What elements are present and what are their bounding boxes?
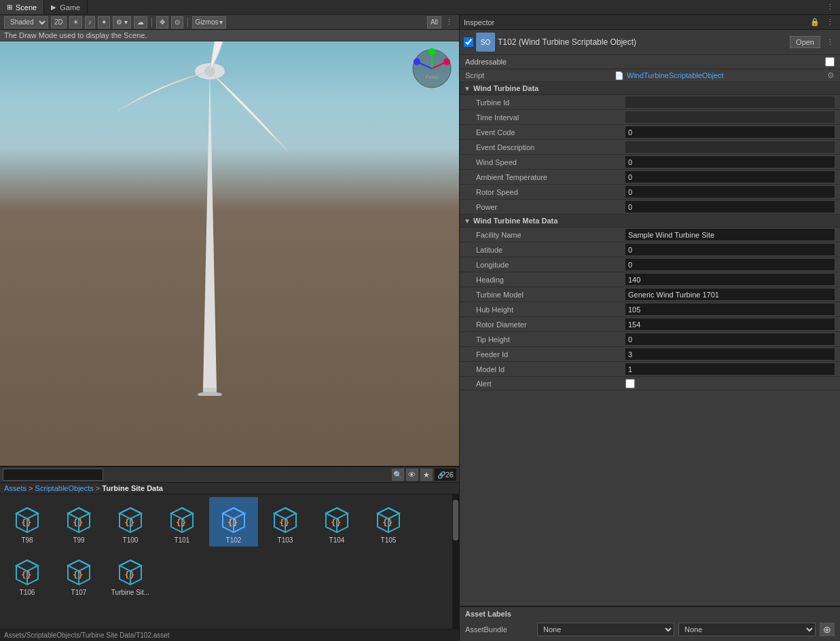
asset-item[interactable]: {} T102 bbox=[209, 497, 258, 547]
asset-icon: {} bbox=[113, 500, 148, 535]
inspector-panel: Inspector 🔒 ⋮ SO T102 (Wind Turbine Scri… bbox=[459, 15, 840, 641]
assets-count: 26 bbox=[445, 471, 454, 479]
transform-btn[interactable]: ✥ bbox=[156, 16, 168, 29]
asset-bundle-select-2[interactable]: None bbox=[678, 623, 816, 636]
field-row: Facility Name bbox=[460, 227, 840, 242]
field-value[interactable] bbox=[625, 141, 835, 153]
tab-bar-menu-icon[interactable]: ⋮ bbox=[824, 2, 836, 12]
field-row: Ambient Temperature bbox=[460, 170, 840, 185]
script-icon: 📄 bbox=[615, 71, 624, 80]
field-value[interactable] bbox=[625, 348, 835, 360]
all-btn[interactable]: All bbox=[427, 16, 441, 29]
svg-text:{}: {} bbox=[73, 517, 84, 528]
lighting-btn[interactable]: ☀ bbox=[69, 16, 82, 29]
field-value[interactable] bbox=[625, 289, 835, 300]
object-name: T102 (Wind Turbine Scriptable Object) bbox=[498, 37, 786, 47]
asset-bundle-select-1[interactable]: None bbox=[537, 623, 674, 636]
asset-item[interactable]: {} T98 bbox=[3, 497, 52, 547]
asset-item[interactable]: {} T101 bbox=[158, 497, 206, 547]
section-arrow-wind-data: ▼ bbox=[464, 85, 471, 92]
breadcrumb-current: Turbine Site Data bbox=[102, 484, 163, 492]
scene-view: Shaded 2D ☀ ♪ ✦ ⚙ ▾ ☁ ✥ ⊙ Gizmos ▾ All bbox=[0, 15, 459, 466]
section-wind-turbine-meta-data[interactable]: ▼ Wind Turbine Meta Data bbox=[460, 215, 840, 227]
scene-extra-btn[interactable]: ⚙ ▾ bbox=[113, 16, 131, 29]
svg-marker-0 bbox=[203, 70, 217, 389]
alert-checkbox[interactable] bbox=[625, 379, 635, 388]
assets-eye-btn[interactable]: 👁 bbox=[406, 469, 418, 481]
inspector-menu-icon[interactable]: ⋮ bbox=[824, 17, 836, 27]
inspector-header-icons: 🔒 ⋮ bbox=[808, 17, 836, 27]
asset-item-label: T101 bbox=[175, 536, 190, 544]
scrollbar-thumb[interactable] bbox=[453, 500, 458, 541]
inspector-obj-menu[interactable]: ⋮ bbox=[824, 37, 836, 48]
asset-icon: {} bbox=[371, 500, 406, 535]
scene-canvas[interactable]: Persp ⋮ bbox=[0, 41, 459, 466]
field-value[interactable] bbox=[625, 259, 835, 270]
gizmos-btn[interactable]: Gizmos ▾ bbox=[192, 16, 227, 29]
asset-item-label: T102 bbox=[226, 536, 242, 544]
field-value[interactable] bbox=[625, 96, 835, 108]
field-value[interactable] bbox=[625, 186, 835, 198]
asset-item[interactable]: {} Turbine Sit... bbox=[106, 549, 155, 599]
breadcrumb-scriptableobjects[interactable]: ScriptableObjects bbox=[35, 484, 94, 492]
asset-bundle-row: AssetBundle None None ⊕ bbox=[465, 621, 835, 638]
field-value[interactable] bbox=[625, 171, 835, 183]
svg-text:{}: {} bbox=[176, 517, 187, 528]
field-row: Heading bbox=[460, 272, 840, 287]
scene-toolbar-menu[interactable]: ⋮ bbox=[443, 17, 455, 27]
field-value[interactable] bbox=[625, 274, 835, 285]
assets-filter-btn[interactable]: 🔍 bbox=[392, 469, 404, 481]
asset-item[interactable]: {} T106 bbox=[3, 549, 52, 599]
tab-game[interactable]: ▶ Game bbox=[44, 0, 88, 14]
svg-text:{}: {} bbox=[21, 517, 32, 528]
overlay-btn[interactable]: ☁ bbox=[134, 16, 147, 29]
breadcrumb-assets[interactable]: Assets bbox=[4, 484, 26, 492]
field-value[interactable] bbox=[625, 318, 835, 330]
asset-item-label: T105 bbox=[381, 536, 397, 544]
gizmo-overlay[interactable]: Persp bbox=[412, 48, 452, 89]
field-value[interactable] bbox=[625, 244, 835, 255]
assets-toolbar: 🔍 👁 ★ 🔗 26 bbox=[0, 467, 459, 483]
view-tool-btn[interactable]: ⊙ bbox=[171, 16, 183, 29]
script-name[interactable]: WindTurbineScriptableObject bbox=[627, 71, 724, 79]
section-wind-turbine-data[interactable]: ▼ Wind Turbine Data bbox=[460, 82, 840, 95]
asset-item[interactable]: {} T99 bbox=[54, 497, 103, 547]
scene-corner-menu[interactable]: ⋮ bbox=[448, 44, 456, 54]
open-button[interactable]: Open bbox=[790, 36, 820, 48]
assets-star-btn[interactable]: ★ bbox=[420, 469, 433, 481]
object-active-checkbox[interactable] bbox=[464, 37, 473, 47]
asset-item[interactable]: {} T100 bbox=[106, 497, 155, 547]
fx-btn[interactable]: ✦ bbox=[98, 16, 110, 29]
script-label: Script bbox=[465, 71, 615, 79]
asset-item[interactable]: {} T103 bbox=[261, 497, 310, 547]
field-value[interactable] bbox=[625, 333, 835, 345]
asset-item[interactable]: {} T107 bbox=[54, 549, 103, 599]
field-value[interactable] bbox=[625, 201, 835, 213]
field-value[interactable] bbox=[625, 304, 835, 315]
field-label: Feeder Id bbox=[476, 350, 625, 359]
field-label: Latitude bbox=[476, 246, 625, 254]
assets-search-input[interactable] bbox=[3, 469, 103, 481]
field-value[interactable] bbox=[625, 229, 835, 240]
tab-scene[interactable]: ⊞ Scene bbox=[0, 0, 44, 14]
asset-bundle-plus-btn[interactable]: ⊕ bbox=[820, 623, 835, 636]
shading-select[interactable]: Shaded bbox=[4, 16, 48, 29]
field-row: Rotor Diameter bbox=[460, 317, 840, 332]
field-value[interactable] bbox=[625, 363, 835, 375]
field-value[interactable] bbox=[625, 156, 835, 168]
asset-item-label: T98 bbox=[21, 536, 33, 544]
field-value[interactable] bbox=[625, 126, 835, 138]
field-value[interactable] bbox=[625, 111, 835, 123]
script-settings-icon[interactable]: ⚙ bbox=[827, 71, 835, 80]
asset-item[interactable]: {} T105 bbox=[364, 497, 413, 547]
field-label: Longitude bbox=[476, 261, 625, 269]
field-row: Model Id bbox=[460, 362, 840, 377]
asset-item[interactable]: {} T104 bbox=[312, 497, 361, 547]
assets-scrollbar[interactable] bbox=[452, 494, 459, 629]
audio-btn[interactable]: ♪ bbox=[85, 16, 95, 29]
assets-count-badge: 🔗 26 bbox=[435, 469, 456, 481]
2d-toggle[interactable]: 2D bbox=[51, 16, 67, 29]
inspector-lock-icon[interactable]: 🔒 bbox=[808, 17, 822, 27]
script-value: 📄 WindTurbineScriptableObject bbox=[615, 71, 827, 80]
addressable-checkbox[interactable] bbox=[825, 57, 835, 67]
